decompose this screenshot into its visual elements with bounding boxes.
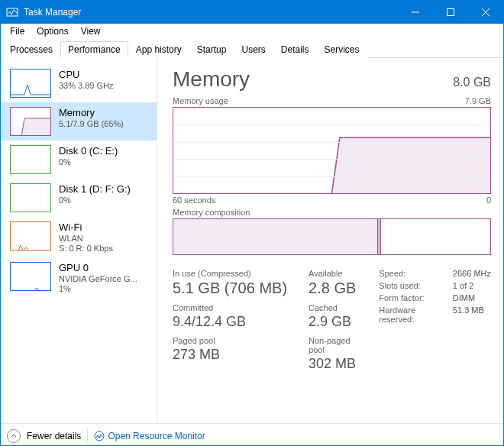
sidebar-item-wifi[interactable]: Wi-Fi WLAN S: 0 R: 0 Kbps	[1, 217, 157, 257]
sidebar-item-sub: WLAN	[59, 234, 113, 243]
sidebar-item-label: Disk 0 (C: E:)	[59, 145, 118, 157]
tab-app-history[interactable]: App history	[128, 41, 189, 58]
tab-services[interactable]: Services	[317, 41, 367, 58]
chart-xaxis-right: 0	[486, 196, 491, 205]
memory-details: Speed:2666 MHz Slots used:1 of 2 Form fa…	[379, 269, 491, 372]
tab-startup[interactable]: Startup	[189, 41, 234, 58]
app-icon	[1, 6, 24, 18]
memory-usage-chart[interactable]	[173, 107, 491, 194]
memory-composition-chart[interactable]	[173, 218, 491, 255]
stat-in-use: In use (Compressed) 5.1 GB (706 MB)	[173, 269, 287, 297]
resource-sidebar: CPU 33% 3.89 GHz Memory 5.1/7.9 GB (65%)…	[1, 58, 157, 423]
chart-title: Memory usage	[173, 96, 228, 105]
sidebar-item-label: Wi-Fi	[59, 221, 113, 233]
stat-available: Available 2.8 GB	[309, 269, 356, 297]
tab-processes[interactable]: Processes	[2, 41, 60, 58]
sidebar-item-disk-1[interactable]: Disk 1 (D: F: G:) 0%	[1, 179, 157, 217]
menu-view[interactable]: View	[75, 24, 107, 38]
stat-nonpaged-pool: Non-paged pool 302 MB	[309, 336, 356, 372]
sidebar-item-cpu[interactable]: CPU 33% 3.89 GHz	[1, 64, 157, 102]
tab-details[interactable]: Details	[273, 41, 317, 58]
sidebar-item-disk-0[interactable]: Disk 0 (C: E:) 0%	[1, 141, 157, 179]
gpu-thumbnail	[10, 262, 51, 291]
disk-thumbnail	[10, 145, 51, 174]
cpu-thumbnail	[10, 69, 51, 98]
memory-thumbnail	[10, 107, 51, 136]
sidebar-item-label: Memory	[59, 107, 124, 118]
svg-point-7	[95, 431, 104, 441]
menu-bar: File Options View	[1, 24, 503, 39]
page-title: Memory	[173, 67, 250, 92]
wifi-thumbnail	[10, 221, 51, 250]
sidebar-item-gpu-0[interactable]: GPU 0 NVIDIA GeForce G... 1%	[1, 257, 157, 298]
sidebar-item-sub: 33% 3.89 GHz	[59, 81, 114, 90]
memory-total: 8.0 GB	[453, 76, 491, 89]
maximize-button[interactable]	[433, 1, 468, 24]
open-resource-monitor-link[interactable]: Open Resource Monitor	[94, 431, 205, 441]
sidebar-item-label: CPU	[59, 69, 114, 80]
fewer-details-icon[interactable]	[7, 429, 21, 443]
window-title: Task Manager	[24, 7, 398, 18]
chart-ymax: 7.9 GB	[465, 96, 491, 105]
stat-cached: Cached 2.9 GB	[309, 303, 356, 330]
sidebar-item-sub: 0%	[59, 196, 131, 205]
fewer-details-button[interactable]: Fewer details	[27, 431, 81, 441]
sidebar-item-sub: 0%	[59, 157, 118, 166]
sidebar-item-label: Disk 1 (D: F: G:)	[59, 183, 131, 195]
stat-paged-pool: Paged pool 273 MB	[173, 336, 287, 372]
tab-performance[interactable]: Performance	[60, 41, 128, 58]
sidebar-item-sub2: S: 0 R: 0 Kbps	[59, 244, 113, 253]
main-panel: Memory 8.0 GB Memory usage 7.9 GB 60 sec…	[157, 58, 503, 423]
footer-separator	[87, 429, 88, 443]
content-area: CPU 33% 3.89 GHz Memory 5.1/7.9 GB (65%)…	[1, 58, 503, 423]
sidebar-item-sub: NVIDIA GeForce G...	[59, 274, 137, 283]
tab-bar: Processes Performance App history Startu…	[1, 40, 503, 58]
sidebar-item-sub: 5.1/7.9 GB (65%)	[59, 119, 124, 128]
sidebar-item-memory[interactable]: Memory 5.1/7.9 GB (65%)	[1, 102, 157, 141]
footer-bar: Fewer details Open Resource Monitor	[1, 423, 503, 446]
stat-committed: Committed 9.4/12.4 GB	[173, 303, 287, 330]
title-bar: Task Manager	[1, 1, 503, 24]
chart-xaxis-left: 60 seconds	[173, 196, 215, 205]
composition-title: Memory composition	[173, 208, 250, 217]
close-button[interactable]	[468, 1, 503, 24]
menu-options[interactable]: Options	[31, 24, 74, 38]
monitor-icon	[94, 431, 105, 441]
svg-rect-2	[447, 9, 454, 16]
svg-marker-5	[21, 118, 51, 136]
menu-file[interactable]: File	[4, 24, 31, 38]
disk-thumbnail	[10, 183, 51, 212]
sidebar-item-label: GPU 0	[59, 262, 137, 273]
minimize-button[interactable]	[398, 1, 433, 24]
tab-users[interactable]: Users	[234, 41, 273, 58]
sidebar-item-sub2: 1%	[59, 284, 137, 293]
